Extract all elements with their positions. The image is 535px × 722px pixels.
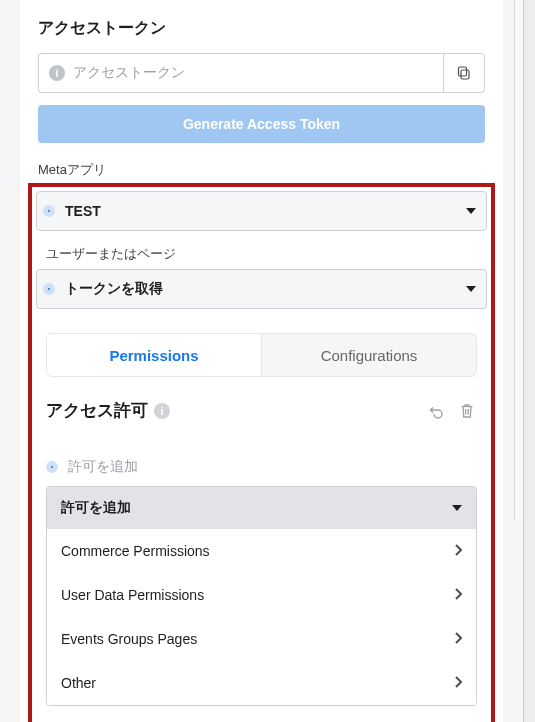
tabs: Permissions Configurations: [46, 333, 477, 377]
permission-category-user-data[interactable]: User Data Permissions: [47, 573, 476, 617]
meta-app-label: Metaアプリ: [20, 161, 503, 183]
user-or-page-selected: トークンを取得: [65, 280, 163, 298]
chevron-right-icon: [454, 675, 462, 691]
permission-category-label: User Data Permissions: [61, 587, 204, 603]
add-permission-hint-text: 許可を追加: [68, 458, 138, 476]
tab-permissions[interactable]: Permissions: [47, 334, 262, 376]
access-token-input[interactable]: i アクセストークン: [38, 53, 443, 93]
permissions-title: アクセス許可: [46, 399, 148, 422]
meta-app-selected: TEST: [65, 203, 101, 219]
add-permission-dropdown-label: 許可を追加: [61, 499, 131, 517]
tab-permissions-label: Permissions: [109, 347, 198, 364]
tab-configurations[interactable]: Configurations: [262, 334, 476, 376]
chevron-down-icon: [452, 505, 462, 511]
svg-rect-0: [461, 70, 469, 79]
access-token-row: i アクセストークン: [38, 53, 485, 93]
meta-app-dropdown[interactable]: TEST: [36, 191, 487, 231]
info-icon[interactable]: i: [154, 403, 170, 419]
permission-category-label: Other: [61, 675, 96, 691]
scrollbar-track[interactable]: [514, 0, 523, 520]
permission-category-label: Commerce Permissions: [61, 543, 210, 559]
highlighted-region: TEST ユーザーまたはページ トークンを取得 Permissions Conf…: [28, 183, 495, 722]
add-permission-dropdown-head[interactable]: 許可を追加: [47, 487, 476, 529]
generate-access-token-button[interactable]: Generate Access Token: [38, 105, 485, 143]
info-icon: i: [49, 65, 65, 81]
permission-category-commerce[interactable]: Commerce Permissions: [47, 529, 476, 573]
chevron-right-icon: [454, 631, 462, 647]
undo-button[interactable]: [427, 401, 447, 421]
access-token-placeholder: アクセストークン: [73, 64, 185, 82]
svg-rect-1: [459, 67, 467, 76]
permissions-actions: [427, 401, 477, 421]
bullet-icon: [43, 283, 55, 295]
copy-token-button[interactable]: [443, 53, 485, 93]
clear-button[interactable]: [457, 401, 477, 421]
user-or-page-label: ユーザーまたはページ: [34, 231, 489, 267]
access-token-panel: アクセストークン i アクセストークン Generate Access Toke…: [20, 0, 503, 722]
add-permission-dropdown: 許可を追加 Commerce Permissions User Data Per…: [46, 486, 477, 706]
permissions-header: アクセス許可 i: [46, 399, 477, 422]
permission-category-other[interactable]: Other: [47, 661, 476, 705]
section-title-access-token: アクセストークン: [20, 10, 503, 53]
copy-icon: [456, 65, 472, 81]
user-or-page-dropdown[interactable]: トークンを取得: [36, 269, 487, 309]
undo-icon: [429, 403, 445, 419]
chevron-right-icon: [454, 543, 462, 559]
add-permission-hint: 許可を追加: [46, 458, 477, 476]
window-edge: [523, 0, 535, 722]
generate-button-label: Generate Access Token: [183, 116, 340, 132]
chevron-down-icon: [466, 208, 476, 214]
permission-category-events-groups-pages[interactable]: Events Groups Pages: [47, 617, 476, 661]
chevron-right-icon: [454, 587, 462, 603]
bullet-icon: [43, 205, 55, 217]
chevron-down-icon: [466, 286, 476, 292]
bullet-icon: [46, 461, 58, 473]
permission-category-label: Events Groups Pages: [61, 631, 197, 647]
trash-icon: [460, 403, 474, 419]
tab-configurations-label: Configurations: [321, 347, 418, 364]
